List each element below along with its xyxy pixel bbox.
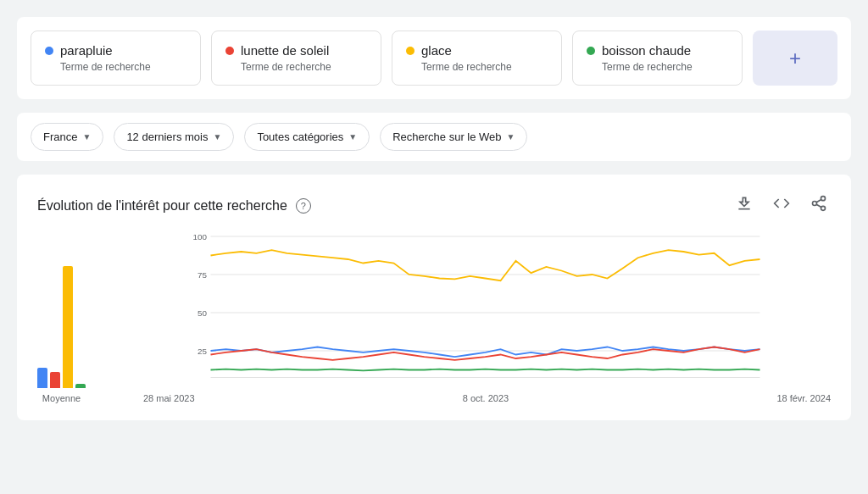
help-icon[interactable]: ? [296, 198, 311, 214]
svg-point-2 [813, 202, 817, 206]
period-chevron-icon: ▼ [213, 132, 221, 142]
chart-body: Moyenne 100 75 50 25 [37, 236, 831, 403]
term-name-glace: glace [421, 43, 452, 58]
x-label-2: 8 oct. 2023 [463, 393, 509, 403]
avg-bar-1 [50, 372, 60, 388]
category-chevron-icon: ▼ [348, 132, 357, 142]
plus-icon: + [789, 47, 801, 70]
chart-header: Évolution de l'intérêt pour cette recher… [37, 191, 831, 219]
filter-period[interactable]: 12 derniers mois ▼ [114, 123, 234, 151]
download-button[interactable] [732, 191, 756, 219]
term-card-parapluie[interactable]: parapluie Terme de recherche [31, 31, 201, 86]
svg-point-3 [821, 206, 826, 210]
x-label-1: 28 mai 2023 [143, 393, 195, 403]
line-lunette [211, 347, 760, 360]
term-card-glace[interactable]: glace Terme de recherche [392, 31, 562, 86]
line-glace [211, 250, 760, 280]
region-chevron-icon: ▼ [82, 132, 91, 142]
term-dot-lunette-de-soleil [225, 47, 234, 55]
svg-line-5 [816, 199, 821, 202]
svg-line-4 [816, 204, 821, 207]
avg-bar-section: Moyenne [37, 253, 86, 403]
x-axis-labels: 28 mai 2023 8 oct. 2023 18 févr. 2024 [109, 391, 831, 403]
term-dot-parapluie [45, 47, 53, 55]
term-name-lunette-de-soleil: lunette de soleil [241, 43, 329, 58]
chart-title: Évolution de l'intérêt pour cette recher… [37, 198, 287, 214]
avg-bar-3 [75, 384, 86, 388]
share-icon [810, 195, 827, 212]
line-chart-svg: 100 75 50 25 [109, 236, 831, 389]
filter-category[interactable]: Toutes catégories ▼ [244, 123, 370, 151]
svg-point-1 [821, 197, 826, 201]
term-card-lunette-de-soleil[interactable]: lunette de soleil Terme de recherche [211, 31, 381, 86]
code-icon [773, 195, 790, 212]
code-button[interactable] [770, 191, 793, 219]
share-button[interactable] [807, 191, 831, 219]
term-sub-parapluie: Terme de recherche [45, 61, 186, 73]
term-sub-glace: Terme de recherche [406, 61, 548, 73]
filter-region[interactable]: France ▼ [31, 123, 103, 151]
x-label-3: 18 févr. 2024 [776, 393, 831, 403]
term-sub-lunette-de-soleil: Terme de recherche [225, 61, 367, 73]
filter-type[interactable]: Recherche sur le Web ▼ [380, 123, 527, 151]
line-boisson [211, 369, 760, 371]
filter-bar: France ▼ 12 derniers mois ▼ Toutes catég… [17, 113, 851, 161]
term-name-parapluie: parapluie [60, 43, 113, 58]
term-dot-glace [406, 47, 415, 55]
download-icon [736, 195, 753, 212]
term-card-boisson-chaude[interactable]: boisson chaude Terme de recherche [572, 31, 743, 86]
add-term-card[interactable]: + [753, 31, 837, 86]
avg-bar-2 [63, 266, 73, 388]
chart-title-group: Évolution de l'intérêt pour cette recher… [37, 198, 311, 214]
avg-label: Moyenne [42, 393, 81, 403]
top-cards-section: parapluie Terme de recherche lunette de … [17, 17, 851, 99]
svg-text:50: 50 [198, 308, 207, 318]
chart-actions [732, 191, 831, 219]
term-sub-boisson-chaude: Terme de recherche [587, 61, 728, 73]
svg-text:100: 100 [193, 232, 208, 241]
type-chevron-icon: ▼ [507, 132, 515, 142]
line-chart-wrapper: 100 75 50 25 28 mai 2023 8 oct. 2023 18 … [109, 236, 831, 403]
category-label: Toutes catégories [257, 130, 343, 143]
svg-text:75: 75 [198, 270, 207, 280]
chart-section: Évolution de l'intérêt pour cette recher… [17, 175, 851, 420]
term-dot-boisson-chaude [587, 47, 595, 55]
type-label: Recherche sur le Web [392, 130, 501, 143]
region-label: France [43, 130, 77, 143]
svg-text:25: 25 [198, 347, 207, 356]
period-label: 12 derniers mois [126, 130, 208, 143]
term-name-boisson-chaude: boisson chaude [602, 43, 691, 58]
avg-bar-0 [37, 368, 47, 388]
